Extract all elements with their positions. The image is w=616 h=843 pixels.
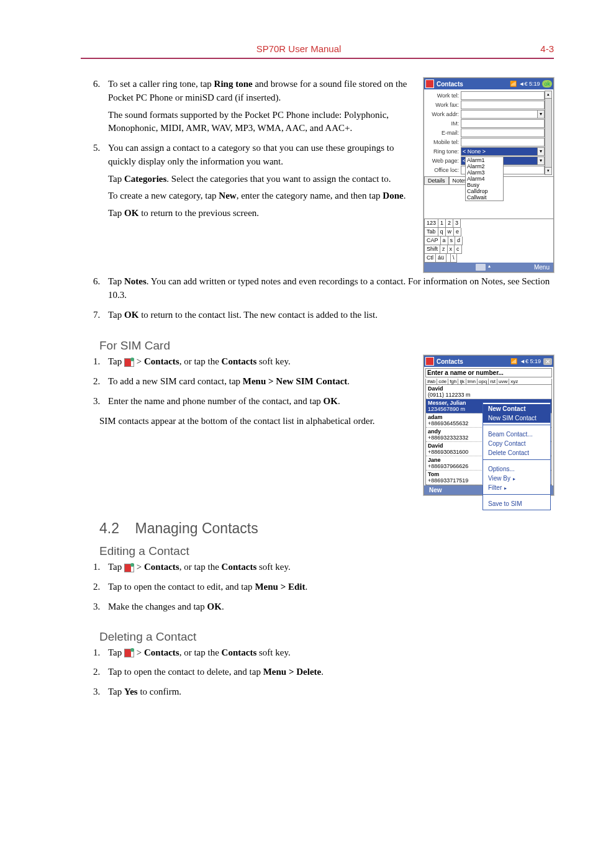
sim-note: SIM contacts appear at the bottom of the…: [99, 415, 412, 428]
chevron-down-icon[interactable]: ▾: [538, 156, 545, 165]
contact-entry[interactable]: David(0911) 112233 m: [426, 385, 551, 399]
keyboard-key[interactable]: w: [446, 228, 455, 237]
keyboard-key[interactable]: Tab: [424, 228, 438, 237]
field-label: Work fax:: [425, 102, 461, 108]
contact-number: (0911) 112233 m: [428, 392, 550, 398]
alpha-index[interactable]: #ab: [426, 379, 437, 384]
keyboard-key[interactable]: \: [451, 254, 457, 263]
list-item: 3.Make the changes and tap OK.: [108, 600, 554, 614]
keyboard-key[interactable]: Shift: [424, 245, 440, 254]
keyboard-key[interactable]: a: [441, 237, 448, 245]
alpha-index[interactable]: rst: [489, 379, 497, 384]
keyboard-key[interactable]: 3: [453, 219, 461, 228]
ss2-new-softkey[interactable]: New: [429, 487, 442, 494]
ringtone-select[interactable]: < None >: [461, 147, 538, 156]
menu-copy-contact[interactable]: Copy Contact: [483, 439, 550, 448]
onscreen-keyboard[interactable]: 123123TabqweCAPasdShiftzxcCtláü \: [424, 219, 553, 263]
menu-delete-contact[interactable]: Delete Contact: [483, 448, 550, 458]
list-item: 3.Tap Yes to confirm.: [108, 685, 554, 699]
keyboard-key[interactable]: e: [454, 228, 461, 237]
page-number: 4-3: [517, 43, 554, 54]
page-header: SP70R User Manual 4-3: [81, 43, 554, 54]
ok-button[interactable]: ok: [542, 80, 552, 88]
menu-filter[interactable]: Filter▸: [483, 483, 550, 492]
list-item: 1.Tap > Contacts, or tap the Contacts so…: [108, 355, 412, 369]
header-rule: [81, 58, 554, 59]
dropdown-option[interactable]: Callwait: [466, 194, 503, 201]
alpha-index-row[interactable]: #abcdefghijklmnopqrstuvwxyz: [425, 379, 552, 385]
sip-toggle-icon[interactable]: [476, 264, 486, 271]
menu-new-contact[interactable]: New Contact: [483, 404, 550, 413]
alpha-index[interactable]: fgh: [448, 379, 458, 384]
dropdown-option[interactable]: Alarm3: [466, 169, 503, 176]
alpha-index[interactable]: xyz: [509, 379, 519, 384]
screenshot-contacts-list: Contacts 📶 ◄€ 5:19 ✕ Enter a name or num…: [424, 355, 554, 495]
keyboard-key[interactable]: z: [440, 245, 448, 254]
menu-view-by[interactable]: View By▸: [483, 474, 550, 483]
keyboard-key[interactable]: x: [448, 245, 455, 254]
scroll-up-icon[interactable]: ▴: [545, 91, 552, 99]
keyboard-key[interactable]: [446, 254, 451, 263]
dropdown-option[interactable]: Alarm2: [466, 163, 503, 169]
alpha-index[interactable]: uvw: [497, 379, 509, 384]
form-row: Work tel:: [425, 91, 545, 100]
ss1-clock: ◄€ 5:19: [519, 81, 540, 87]
alpha-index[interactable]: lmn: [466, 379, 478, 384]
alpha-index[interactable]: ijk: [458, 379, 466, 384]
keyboard-key[interactable]: áü: [436, 254, 446, 263]
text-field[interactable]: [461, 101, 545, 109]
keyboard-key[interactable]: c: [455, 245, 462, 254]
text-field[interactable]: [461, 119, 545, 128]
ss1-menu-softkey[interactable]: Menu: [534, 264, 550, 271]
menu-new-sim-contact[interactable]: New SIM Contact: [483, 413, 550, 423]
text-field[interactable]: [461, 110, 538, 119]
start-flag-icon[interactable]: [425, 357, 434, 366]
text-field[interactable]: [461, 91, 545, 100]
text-field[interactable]: [461, 128, 545, 137]
menu-beam-contact[interactable]: Beam Contact...: [483, 430, 550, 439]
start-flag-icon: [124, 649, 134, 657]
list-item: 6.Tap Notes. You can add written or type…: [108, 275, 554, 302]
status-icons: 📶: [510, 358, 517, 364]
keyboard-key[interactable]: 1: [438, 219, 446, 228]
ss1-scrollbar[interactable]: ▴ ▾: [545, 91, 552, 175]
chevron-down-icon[interactable]: ▾: [538, 147, 545, 156]
keyboard-key[interactable]: s: [448, 237, 456, 245]
text-field[interactable]: [461, 138, 545, 147]
alpha-index[interactable]: opq: [478, 379, 489, 384]
ss1-titlebar: Contacts 📶 ◄€ 5:19 ok: [424, 78, 553, 89]
keyboard-key[interactable]: q: [438, 228, 446, 237]
screenshot-contact-edit: Contacts 📶 ◄€ 5:19 ok Work tel:Work fax:…: [424, 78, 554, 273]
field-label: Work tel:: [425, 92, 461, 99]
deleting-heading: Deleting a Contact: [99, 630, 554, 644]
section-4-2-heading: 4.2 Managing Contacts: [99, 520, 554, 537]
keyboard-key[interactable]: d: [455, 237, 463, 245]
dropdown-option[interactable]: Busy: [466, 182, 503, 188]
ringtone-dropdown-list[interactable]: Alarm1Alarm2Alarm3Alarm4BusyCalldropCall…: [465, 156, 504, 201]
form-row: E-mail:: [425, 128, 545, 137]
keyboard-key[interactable]: 123: [424, 219, 438, 228]
start-flag-icon[interactable]: [425, 79, 434, 88]
keyboard-key[interactable]: Ctl: [424, 254, 436, 263]
context-menu[interactable]: New Contact New SIM Contact Beam Contact…: [482, 402, 551, 510]
list-item: 2.Tap to open the contact to delete, and…: [108, 665, 554, 679]
alpha-index[interactable]: cde: [437, 379, 448, 384]
menu-save-to-sim[interactable]: Save to SIM: [483, 499, 550, 508]
ss1-title: Contacts: [437, 81, 507, 88]
keyboard-key[interactable]: CAP: [424, 237, 441, 245]
keyboard-key[interactable]: 2: [446, 219, 453, 228]
dropdown-option[interactable]: Calldrop: [466, 188, 503, 194]
chevron-down-icon[interactable]: ▾: [538, 110, 545, 119]
field-label: E-mail:: [425, 130, 461, 136]
dropdown-option[interactable]: Alarm4: [466, 176, 503, 182]
search-input[interactable]: Enter a name or number...: [425, 368, 552, 377]
contact-name: David: [428, 385, 550, 392]
tab-details[interactable]: Details: [424, 177, 449, 185]
scroll-down-icon[interactable]: ▾: [545, 167, 552, 175]
menu-options[interactable]: Options...: [483, 464, 550, 474]
ss2-title: Contacts: [437, 358, 508, 365]
field-label: Mobile tel:: [425, 139, 461, 145]
dropdown-option[interactable]: Alarm1: [466, 157, 503, 163]
close-icon[interactable]: ✕: [543, 358, 552, 365]
sim-instruction-list: 1.Tap > Contacts, or tap the Contacts so…: [81, 355, 412, 408]
